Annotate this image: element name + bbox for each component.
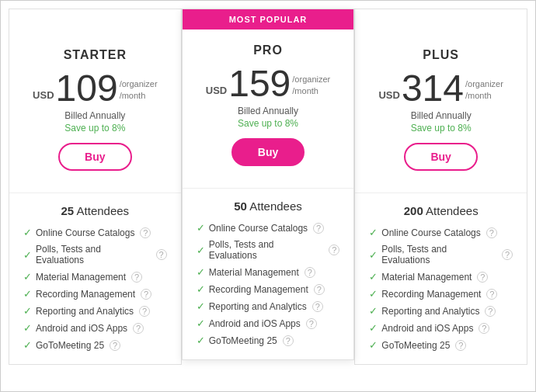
info-icon[interactable]: ?	[313, 223, 324, 234]
check-icon: ✓	[369, 322, 378, 334]
info-icon[interactable]: ?	[455, 340, 466, 351]
feature-item: ✓ Polls, Tests and Evaluations ?	[23, 244, 167, 265]
plan-card-plus: PLUS USD 314 /organizer/month Billed Ann…	[354, 9, 527, 365]
price-suffix-starter: /organizer/month	[120, 78, 158, 101]
check-icon: ✓	[197, 335, 205, 346]
feature-list-pro: ✓ Online Course Catalogs ? ✓ Polls, Test…	[190, 222, 346, 346]
feature-item: ✓ Material Management ?	[23, 271, 167, 283]
feature-label: Reporting and Analytics	[209, 301, 307, 312]
info-icon[interactable]: ?	[485, 306, 496, 317]
feature-label: Recording Management	[209, 284, 308, 295]
feature-item: ✓ Material Management ?	[197, 266, 340, 278]
feature-label: GoToMeeting 25	[36, 340, 104, 351]
save-text-pro: Save up to 8%	[190, 118, 346, 129]
feature-item: ✓ Recording Management ?	[23, 288, 167, 300]
feature-item: ✓ Online Course Catalogs ?	[369, 227, 513, 238]
currency-plus: USD	[378, 89, 399, 101]
feature-item: ✓ Reporting and Analytics ?	[197, 300, 340, 312]
info-icon[interactable]: ?	[131, 272, 142, 283]
info-icon[interactable]: ?	[140, 227, 151, 238]
plan-header-starter: STARTER USD 109 /organizer/month Billed …	[9, 34, 181, 193]
feature-item: ✓ Recording Management ?	[369, 288, 513, 300]
check-icon: ✓	[369, 305, 378, 317]
buy-button-plus[interactable]: Buy	[404, 143, 477, 171]
save-text-plus: Save up to 8%	[363, 123, 519, 134]
feature-label: Online Course Catalogs	[381, 227, 480, 238]
info-icon[interactable]: ?	[477, 272, 488, 283]
info-icon[interactable]: ?	[133, 323, 144, 334]
check-icon: ✓	[23, 249, 32, 261]
feature-label: Recording Management	[36, 289, 135, 300]
buy-button-pro[interactable]: Buy	[231, 138, 305, 166]
info-icon[interactable]: ?	[141, 289, 151, 300]
price-amount-starter: 109	[56, 70, 118, 107]
feature-label: Online Course Catalogs	[36, 227, 134, 238]
feature-item: ✓ GoToMeeting 25 ?	[197, 335, 340, 346]
check-icon: ✓	[23, 271, 32, 283]
feature-item: ✓ Android and iOS Apps ?	[23, 322, 167, 334]
info-icon[interactable]: ?	[479, 323, 489, 334]
info-icon[interactable]: ?	[306, 318, 317, 329]
feature-label: Online Course Catalogs	[209, 223, 308, 234]
feature-label: Reporting and Analytics	[381, 306, 479, 317]
info-icon[interactable]: ?	[110, 340, 120, 351]
feature-label: Polls, Tests and Evaluations	[209, 239, 324, 261]
attendees-plus: 200 Attendees	[363, 204, 519, 217]
attendees-pro: 50 Attendees	[190, 199, 346, 213]
feature-label: Reporting and Analytics	[36, 306, 134, 317]
check-icon: ✓	[23, 305, 32, 317]
plan-header-plus: PLUS USD 314 /organizer/month Billed Ann…	[355, 34, 527, 193]
feature-list-plus: ✓ Online Course Catalogs ? ✓ Polls, Test…	[363, 227, 519, 351]
feature-item: ✓ Material Management ?	[369, 271, 513, 283]
info-icon[interactable]: ?	[139, 306, 150, 317]
check-icon: ✓	[23, 339, 32, 351]
plans-wrapper: STARTER USD 109 /organizer/month Billed …	[9, 9, 527, 365]
price-row-pro: USD 159 /organizer/month	[190, 65, 346, 102]
feature-item: ✓ GoToMeeting 25 ?	[369, 339, 513, 351]
price-row-plus: USD 314 /organizer/month	[363, 70, 519, 107]
price-suffix-plus: /organizer/month	[465, 78, 503, 101]
price-amount-plus: 314	[402, 70, 464, 107]
billed-annually-pro: Billed Annually	[190, 106, 346, 116]
features-section-plus: 200 Attendees ✓ Online Course Catalogs ?…	[355, 193, 527, 364]
features-section-starter: 25 Attendees ✓ Online Course Catalogs ? …	[9, 193, 181, 364]
info-icon[interactable]: ?	[486, 289, 497, 300]
plan-name-pro: PRO	[190, 43, 346, 57]
info-icon[interactable]: ?	[156, 249, 167, 260]
plan-name-starter: STARTER	[17, 48, 173, 62]
feature-label: Polls, Tests and Evaluations	[381, 244, 496, 265]
check-icon: ✓	[197, 222, 205, 234]
feature-item: ✓ Online Course Catalogs ?	[23, 227, 167, 238]
price-amount-pro: 159	[228, 65, 291, 102]
feature-item: ✓ Reporting and Analytics ?	[23, 305, 167, 317]
info-icon[interactable]: ?	[312, 301, 323, 312]
price-row-starter: USD 109 /organizer/month	[17, 70, 173, 107]
buy-button-starter[interactable]: Buy	[58, 143, 131, 171]
popular-badge: MOST POPULAR	[183, 9, 354, 29]
plan-card-pro: MOST POPULAR PRO USD 159 /organizer/mont…	[182, 9, 355, 360]
feature-label: Material Management	[209, 267, 299, 278]
info-icon[interactable]: ?	[329, 245, 339, 255]
feature-item: ✓ Android and iOS Apps ?	[369, 322, 513, 334]
check-icon: ✓	[197, 300, 205, 312]
info-icon[interactable]: ?	[502, 249, 513, 260]
info-icon[interactable]: ?	[305, 267, 315, 278]
currency-starter: USD	[33, 89, 54, 101]
check-icon: ✓	[369, 288, 378, 300]
save-text-starter: Save up to 8%	[17, 123, 173, 134]
currency-pro: USD	[206, 85, 227, 96]
info-icon[interactable]: ?	[314, 284, 325, 295]
info-icon[interactable]: ?	[283, 335, 294, 346]
feature-list-starter: ✓ Online Course Catalogs ? ✓ Polls, Test…	[17, 227, 173, 351]
info-icon[interactable]: ?	[486, 227, 497, 238]
feature-label: Android and iOS Apps	[36, 323, 127, 334]
attendees-starter: 25 Attendees	[17, 204, 173, 217]
check-icon: ✓	[23, 322, 32, 334]
check-icon: ✓	[369, 271, 378, 283]
check-icon: ✓	[369, 339, 378, 351]
feature-label: GoToMeeting 25	[381, 340, 450, 351]
plan-header-pro: PRO USD 159 /organizer/month Billed Annu…	[183, 29, 354, 188]
check-icon: ✓	[23, 227, 32, 238]
plan-name-plus: PLUS	[363, 48, 519, 62]
feature-label: Polls, Tests and Evaluations	[36, 244, 151, 265]
